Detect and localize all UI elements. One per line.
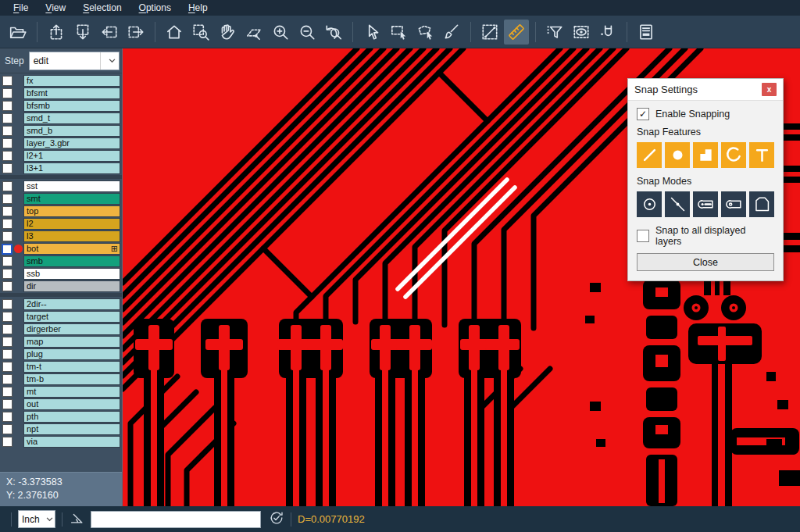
layer-name[interactable]: dirgerber (23, 323, 120, 335)
layer-active-slot[interactable] (12, 150, 23, 162)
snap-mode-contour-button[interactable] (749, 191, 774, 217)
layer-active-slot[interactable] (12, 87, 23, 99)
pan-right-button[interactable] (123, 20, 148, 45)
zoom-window-button[interactable] (188, 20, 213, 45)
layer-active-slot[interactable] (12, 386, 23, 398)
layer-name[interactable]: smd_t (23, 112, 120, 124)
layer-active-slot[interactable] (12, 280, 23, 292)
layer-visibility-checkbox[interactable] (2, 362, 12, 372)
layer-name[interactable]: mt (23, 386, 120, 398)
pan-up-button[interactable] (44, 20, 69, 45)
layer-active-slot[interactable] (12, 193, 23, 205)
layer-name[interactable]: tm-t (23, 361, 120, 373)
layer-name[interactable]: via (23, 436, 120, 448)
snap-feature-line-button[interactable] (637, 142, 662, 168)
layer-name[interactable]: 2dir-- (23, 298, 120, 310)
zoom-out-button[interactable] (295, 20, 320, 45)
pan-down-button[interactable] (70, 20, 95, 45)
layer-visibility-checkbox[interactable] (2, 374, 12, 384)
layer-name[interactable]: dir (23, 280, 120, 292)
select-arrow-button[interactable] (359, 20, 384, 45)
layer-active-slot[interactable] (12, 373, 23, 385)
layer-name[interactable]: map (23, 336, 120, 348)
layer-active-slot[interactable] (12, 336, 23, 348)
layer-active-slot[interactable] (12, 230, 23, 242)
snap-magnet-button[interactable] (595, 20, 620, 45)
dialog-close-button[interactable]: Close (637, 253, 774, 271)
layer-active-slot[interactable] (12, 411, 23, 423)
open-file-button[interactable] (5, 20, 30, 45)
layer-visibility-checkbox[interactable] (2, 88, 12, 98)
layer-active-slot[interactable] (12, 361, 23, 373)
layer-visibility-checkbox[interactable] (2, 256, 12, 266)
layer-visibility-checkbox[interactable] (2, 138, 12, 148)
layer-active-slot[interactable] (12, 323, 23, 335)
layer-name[interactable]: bot⊞ (23, 243, 120, 255)
layer-visibility-checkbox[interactable] (2, 424, 12, 434)
zoom-home-button[interactable] (162, 20, 187, 45)
layer-visibility-checkbox[interactable] (2, 244, 12, 255)
angle-mode-icon[interactable] (69, 510, 84, 529)
snap-feature-arc-button[interactable] (721, 142, 746, 168)
layer-active-slot[interactable] (12, 255, 23, 267)
clean-brush-button[interactable] (439, 20, 464, 45)
menu-help[interactable]: Help (180, 1, 216, 15)
layer-name[interactable]: layer_3.gbr (23, 137, 120, 149)
layer-active-slot[interactable] (12, 298, 23, 310)
command-input[interactable] (91, 511, 261, 528)
layer-visibility-checkbox[interactable] (2, 231, 12, 241)
layer-active-slot[interactable] (12, 100, 23, 112)
unit-dropdown[interactable]: Inch (18, 510, 55, 528)
layer-active-slot[interactable] (12, 162, 23, 174)
snap-mode-midpoint-button[interactable] (665, 191, 690, 217)
layer-visibility-checkbox[interactable] (2, 194, 12, 204)
layer-active-slot[interactable] (12, 243, 23, 255)
layer-visibility-checkbox[interactable] (2, 399, 12, 409)
layer-name[interactable]: l2 (23, 218, 120, 230)
drag-view-button[interactable] (241, 20, 266, 45)
layer-visibility-checkbox[interactable] (2, 181, 12, 191)
layer-active-slot[interactable] (12, 180, 23, 192)
snap-mode-pad-entry-filled-button[interactable] (693, 191, 718, 217)
layer-active-slot[interactable] (12, 112, 23, 124)
layer-active-slot[interactable] (12, 311, 23, 323)
measure-distance-button[interactable] (477, 20, 502, 45)
layer-visibility-checkbox[interactable] (2, 387, 12, 397)
layer-visibility-checkbox[interactable] (2, 312, 12, 322)
layer-name[interactable]: ssb (23, 268, 120, 280)
pan-left-button[interactable] (97, 20, 122, 45)
ruler-button[interactable] (504, 20, 529, 45)
layer-visibility-checkbox[interactable] (2, 76, 12, 86)
layer-active-slot[interactable] (12, 205, 23, 217)
snap-feature-circle-button[interactable] (665, 142, 690, 168)
enable-snapping-checkbox[interactable]: ✓ (637, 108, 649, 120)
layer-name[interactable]: l3 (23, 230, 120, 242)
dialog-title-bar[interactable]: Snap Settings x (628, 79, 783, 101)
layer-active-slot[interactable] (12, 218, 23, 230)
layer-active-slot[interactable] (12, 125, 23, 137)
layer-name[interactable]: smd_b (23, 125, 120, 137)
report-button[interactable] (634, 20, 659, 45)
view-area-button[interactable] (569, 20, 594, 45)
snap-mode-center-button[interactable] (637, 191, 662, 217)
layer-active-slot[interactable] (12, 398, 23, 410)
layer-name[interactable]: l3+1 (23, 162, 120, 174)
layer-visibility-checkbox[interactable] (2, 349, 12, 359)
step-dropdown[interactable]: edit (29, 52, 120, 70)
layer-visibility-checkbox[interactable] (2, 412, 12, 422)
layer-visibility-checkbox[interactable] (2, 281, 12, 291)
layer-name[interactable]: bfsmb (23, 100, 120, 112)
snap-mode-pad-entry-outline-button[interactable] (721, 191, 746, 217)
apply-check-icon[interactable] (269, 510, 284, 529)
layer-visibility-checkbox[interactable] (2, 206, 12, 216)
layer-name[interactable]: tm-b (23, 373, 120, 385)
menu-view[interactable]: View (37, 1, 74, 15)
zoom-previous-button[interactable] (321, 20, 346, 45)
select-polygon-button[interactable] (412, 20, 438, 45)
layer-visibility-checkbox[interactable] (2, 437, 12, 447)
layer-grid-icon[interactable]: ⊞ (111, 245, 118, 253)
snap-all-layers-checkbox[interactable] (637, 230, 649, 242)
snap-feature-surface-button[interactable] (693, 142, 718, 168)
pan-hand-button[interactable] (215, 20, 240, 45)
layer-name[interactable]: plug (23, 348, 120, 360)
